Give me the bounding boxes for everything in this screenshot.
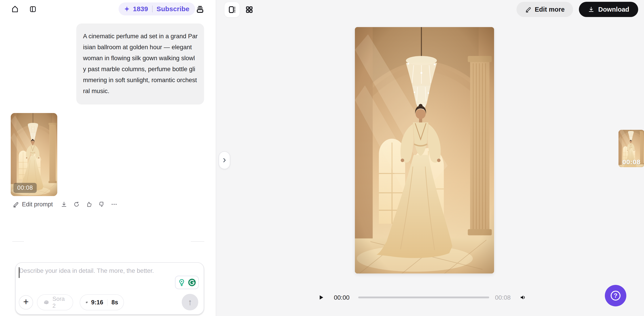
download-icon [61, 201, 67, 208]
chevron-right-icon [221, 157, 228, 164]
question-mark-icon: ? [611, 291, 620, 300]
generated-video-thumbnail[interactable]: 00:08 [11, 113, 57, 196]
grid-icon [245, 5, 254, 14]
settings-divider [107, 299, 108, 306]
thumbnail-duration-badge: 00:08 [14, 183, 37, 193]
filmstrip-thumbnail[interactable]: 00:08 [618, 130, 644, 167]
thumb-down-icon [98, 201, 105, 208]
grammarly-button[interactable] [187, 278, 197, 287]
pencil-icon [12, 201, 19, 208]
credits-count: 1839 [133, 5, 148, 13]
edit-more-button[interactable]: Edit more [516, 2, 573, 17]
video-player[interactable] [355, 27, 494, 274]
add-attachment-button[interactable]: + [19, 295, 33, 310]
composer-toolbar: + Sora 2 9:16 8s ↑ [16, 294, 204, 311]
history-button[interactable] [194, 4, 206, 15]
generation-settings[interactable]: 9:16 8s [80, 294, 124, 310]
sliders-icon [86, 298, 88, 306]
expand-panel-button[interactable] [218, 151, 230, 169]
user-prompt-bubble: A cinematic perfume ad set in a grand Pa… [76, 24, 204, 104]
sparkle-icon [123, 5, 131, 13]
lightbulb-icon [178, 278, 186, 286]
filmstrip-duration: 00:08 [618, 158, 644, 166]
single-view-button[interactable] [224, 2, 240, 18]
pencil-icon [525, 6, 532, 13]
edit-prompt-button[interactable]: Edit prompt [12, 201, 53, 208]
edit-prompt-label: Edit prompt [22, 201, 53, 208]
stack-icon [195, 5, 205, 14]
grammarly-widget [175, 276, 199, 289]
user-prompt-text: A cinematic perfume ad set in a grand Pa… [83, 31, 198, 96]
download-button[interactable]: Download [579, 2, 638, 17]
download-icon [588, 6, 594, 13]
arrow-up-icon: ↑ [188, 298, 192, 307]
home-icon [11, 5, 19, 14]
play-icon [318, 294, 324, 301]
model-select[interactable]: Sora 2 [37, 294, 73, 310]
dislike-button[interactable] [95, 200, 108, 209]
idea-input[interactable] [19, 267, 167, 287]
download-label: Download [598, 6, 629, 13]
regenerate-button[interactable] [70, 200, 83, 209]
left-topbar: 1839 Subscribe [0, 0, 216, 18]
suggestion-lightbulb-button[interactable] [177, 278, 186, 287]
progress-bar[interactable] [358, 296, 489, 298]
badge-divider [152, 6, 152, 12]
viewer-panel: Edit more Download 00:00 00:08 00:08 ? [216, 0, 644, 316]
aspect-ratio-value: 9:16 [91, 299, 103, 306]
panel-view-icon [227, 5, 237, 14]
play-button[interactable] [315, 292, 327, 303]
duration-value: 8s [112, 299, 118, 306]
grid-view-button[interactable] [242, 3, 256, 16]
video-frame [355, 27, 494, 274]
sidebar-toggle-icon [29, 5, 37, 13]
total-time: 00:08 [490, 294, 515, 301]
volume-button[interactable] [517, 292, 529, 303]
left-panel: 1839 Subscribe A cinematic perfume ad se… [0, 0, 216, 316]
send-button[interactable]: ↑ [182, 294, 198, 310]
refresh-icon [73, 201, 80, 208]
viewer-actions: Edit more Download [516, 2, 638, 17]
like-button[interactable] [83, 200, 95, 209]
credits-subscribe-badge[interactable]: 1839 Subscribe [118, 2, 195, 16]
prompt-composer: + Sora 2 9:16 8s ↑ [15, 262, 204, 315]
status-divider-right [191, 241, 204, 242]
current-time: 00:00 [329, 294, 354, 301]
generation-actions: Edit prompt [12, 200, 133, 209]
speaker-icon [519, 294, 526, 301]
more-options-button[interactable] [108, 200, 120, 209]
grammarly-g-icon [188, 278, 196, 287]
status-divider-left [12, 241, 24, 242]
download-video-button[interactable] [58, 200, 70, 209]
sidebar-toggle-button[interactable] [28, 4, 38, 14]
thumb-up-icon [86, 201, 92, 208]
edit-more-label: Edit more [535, 6, 565, 13]
plus-icon: + [23, 297, 29, 306]
sora-mascot-icon [43, 298, 50, 306]
model-name: Sora 2 [52, 296, 67, 309]
home-button[interactable] [10, 4, 20, 14]
ellipsis-icon [111, 201, 118, 208]
help-button[interactable]: ? [605, 285, 626, 306]
subscribe-link[interactable]: Subscribe [157, 5, 190, 13]
